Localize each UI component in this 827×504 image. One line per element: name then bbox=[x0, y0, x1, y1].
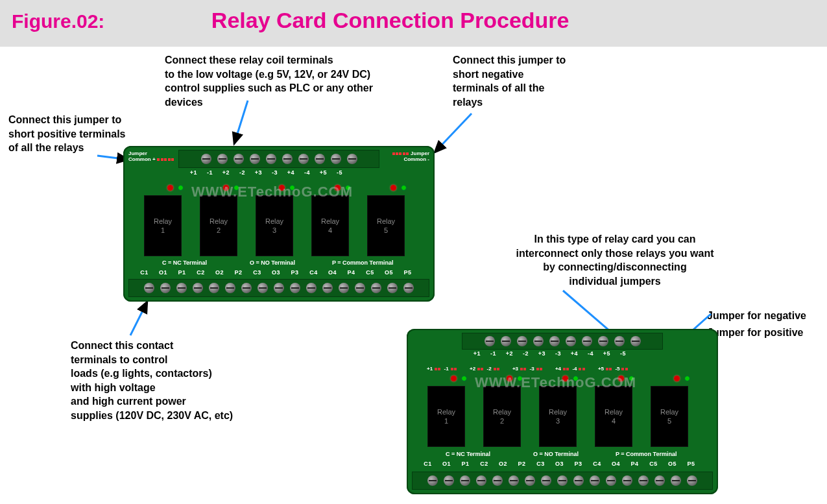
header-banner: Figure.02: Relay Card Connection Procedu… bbox=[0, 0, 827, 47]
contact-terminal-strip-b bbox=[412, 472, 713, 490]
svg-line-3 bbox=[435, 114, 472, 152]
annotation-jumper-neg: Connect this jumper to short negative te… bbox=[453, 53, 582, 109]
relay-1: Relay 1 bbox=[144, 195, 182, 256]
relay-b5: Relay 5 bbox=[651, 386, 688, 447]
led-red-5 bbox=[390, 185, 396, 191]
led-green-3 bbox=[289, 185, 295, 191]
jumper-common-pos: Jumper Common + bbox=[128, 151, 174, 163]
relay-4: Relay 4 bbox=[311, 195, 349, 256]
relay-b1: Relay 1 bbox=[427, 386, 465, 447]
annotation-type2: In this type of relay card you can inter… bbox=[498, 232, 732, 288]
contact-terminal-strip bbox=[128, 279, 429, 297]
led-red-b4 bbox=[618, 376, 624, 381]
individual-jumpers: +1 -1 +2 -2 +3 -3 +4 -4 +5 -5 bbox=[425, 361, 630, 373]
annotation-coil: Connect these relay coil terminals to th… bbox=[165, 53, 398, 109]
legend-c: C = NC Terminal bbox=[162, 259, 207, 266]
relay-card-a: Jumper Common + +1-1+2-2+3-3+4-4+5-5 Jum… bbox=[123, 146, 435, 302]
page-title: Relay Card Connection Procedure bbox=[211, 8, 569, 33]
relay-3: Relay 3 bbox=[256, 195, 293, 256]
relay-b2: Relay 2 bbox=[483, 386, 521, 447]
legend-o: O = NO Terminal bbox=[250, 259, 295, 266]
legend-o-b: O = NO Terminal bbox=[533, 451, 579, 457]
coil-labels-b: +1-1+2-2+3-3+4-4+5-5 bbox=[469, 350, 631, 357]
led-green-b3 bbox=[573, 376, 579, 381]
relay-b3: Relay 3 bbox=[539, 386, 577, 447]
legend-p-b: P = Common Terminal bbox=[616, 451, 677, 457]
led-green-b2 bbox=[517, 376, 523, 381]
annotation-jumper-neg2: Jumper for negative bbox=[707, 309, 806, 323]
led-red-b1 bbox=[451, 376, 457, 381]
led-green-b4 bbox=[629, 376, 634, 381]
led-green-5 bbox=[401, 185, 407, 191]
led-red-b3 bbox=[562, 376, 568, 381]
led-green-b1 bbox=[461, 376, 467, 381]
annotation-contacts: Connect this contact terminals to contro… bbox=[71, 339, 265, 423]
coil-terminal-strip bbox=[178, 150, 379, 168]
jumper-common-neg: Jumper Common - bbox=[392, 151, 429, 163]
legend-p: P = Common Terminal bbox=[332, 259, 393, 266]
svg-line-4 bbox=[130, 302, 147, 335]
led-red-2 bbox=[223, 185, 229, 191]
figure-label: Figure.02: bbox=[12, 10, 104, 32]
legend-c-b: C = NC Terminal bbox=[446, 451, 490, 457]
led-red-1 bbox=[167, 185, 173, 191]
led-green-1 bbox=[178, 185, 184, 191]
coil-labels: +1-1+2-2+3-3+4-4+5-5 bbox=[186, 169, 348, 176]
led-green-b5 bbox=[684, 376, 690, 381]
relay-5: Relay 5 bbox=[367, 195, 405, 256]
led-green-4 bbox=[345, 185, 351, 191]
led-red-b2 bbox=[507, 376, 512, 381]
bottom-labels-b: C1O1P1C2O2P2C3O3P3C4O4P4C5O5P5 bbox=[418, 461, 701, 467]
relay-card-b: +1-1+2-2+3-3+4-4+5-5 +1 -1 +2 -2 +3 -3 +… bbox=[407, 329, 718, 494]
bottom-labels: C1O1P1C2O2P2C3O3P3C4O4P4C5O5P5 bbox=[135, 269, 417, 276]
led-red-3 bbox=[279, 185, 285, 191]
annotation-jumper-pos2: Jumper for positive bbox=[707, 326, 803, 340]
led-red-4 bbox=[335, 185, 341, 191]
led-green-2 bbox=[234, 185, 239, 191]
coil-terminal-strip-b bbox=[462, 333, 663, 350]
led-red-b5 bbox=[674, 376, 680, 381]
relay-b4: Relay 4 bbox=[595, 386, 632, 447]
relay-2: Relay 2 bbox=[200, 195, 237, 256]
